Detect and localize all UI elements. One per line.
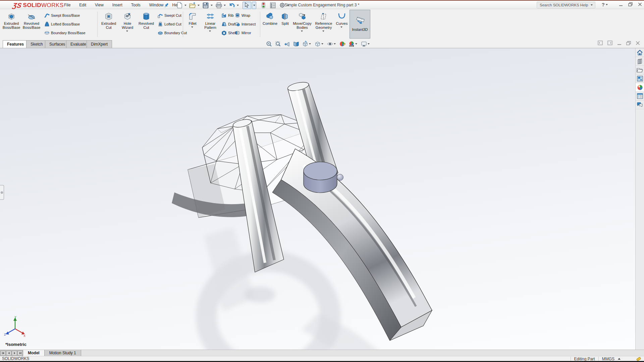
options-gear-icon[interactable] (278, 2, 286, 9)
units-status[interactable]: MMGS (602, 357, 614, 361)
view-settings-icon[interactable] (360, 41, 371, 47)
restore-icon[interactable] (628, 2, 633, 6)
intersect-button[interactable]: Intersect (235, 21, 256, 27)
print-dropdown-icon[interactable] (224, 5, 226, 6)
doc-restore-icon[interactable] (626, 41, 631, 45)
previous-tab-button[interactable] (6, 351, 11, 356)
new-dropdown-icon[interactable] (184, 5, 186, 6)
move-copy-bodies-button[interactable]: Move/Copy Bodies (292, 11, 313, 39)
tag-icon[interactable] (636, 357, 641, 361)
help-search-box[interactable]: ? Search SOLIDWORKS Help (537, 2, 595, 8)
section-view-icon[interactable] (292, 41, 300, 47)
split-button[interactable]: Split (279, 11, 291, 39)
menu-edit[interactable]: Edit (75, 1, 91, 10)
hide-show-dropdown-icon[interactable] (334, 43, 336, 45)
select-tool-icon[interactable] (243, 2, 251, 9)
tab-motion-study-1[interactable]: Motion Study 1 (45, 350, 81, 356)
undo-dropdown-icon[interactable] (237, 5, 239, 6)
menu-tools[interactable]: Tools (127, 1, 145, 10)
feature-tree-collapse-handle[interactable] (0, 185, 4, 200)
file-explorer-icon[interactable] (636, 66, 644, 74)
tab-model[interactable]: Model (23, 350, 45, 356)
search-dropdown-icon[interactable] (591, 4, 593, 6)
collapse-right-pane-icon[interactable] (607, 41, 612, 45)
ring-model[interactable] (0, 48, 635, 350)
open-dropdown-icon[interactable] (198, 5, 200, 6)
revolved-boss-base-button[interactable]: Revolved Boss/Base (22, 11, 41, 39)
last-tab-button[interactable] (17, 351, 23, 356)
linear-pattern-dropdown-icon[interactable] (209, 31, 211, 32)
minimize-icon[interactable] (619, 2, 623, 6)
graphics-area[interactable]: Y X Z *Isometric (0, 48, 635, 350)
draft-button[interactable]: Draft (221, 21, 236, 27)
lofted-cut-button[interactable]: Lofted Cut (158, 21, 181, 27)
save-dropdown-icon[interactable] (211, 5, 213, 6)
hide-show-items-icon[interactable] (326, 41, 337, 47)
close-icon[interactable] (638, 2, 642, 6)
open-document-icon[interactable] (188, 2, 197, 9)
tab-features[interactable]: Features (3, 40, 28, 48)
edit-appearance-icon[interactable] (338, 41, 346, 47)
rib-button[interactable]: Rib (221, 12, 234, 18)
units-dropdown-icon[interactable] (618, 358, 621, 360)
extruded-cut-button[interactable]: Extruded Cut (99, 11, 118, 39)
save-icon[interactable] (201, 2, 210, 9)
view-palette-icon[interactable] (636, 74, 644, 83)
apply-scene-icon[interactable] (347, 41, 359, 47)
apply-scene-dropdown-icon[interactable] (355, 43, 357, 45)
hole-wizard-dropdown-icon[interactable] (126, 31, 128, 32)
curves-button[interactable]: Curves (335, 11, 349, 39)
move-copy-dropdown-icon[interactable] (301, 31, 303, 32)
linear-pattern-button[interactable]: Linear Pattern (201, 11, 219, 39)
file-properties-icon[interactable] (268, 2, 277, 9)
next-tab-button[interactable] (12, 351, 17, 356)
previous-view-icon[interactable] (283, 41, 291, 47)
pin-menu-icon[interactable] (163, 2, 169, 8)
view-orientation-dropdown-icon[interactable] (309, 43, 311, 45)
swept-boss-base-button[interactable]: Swept Boss/Base (44, 12, 80, 18)
rebuild-icon[interactable] (259, 2, 268, 9)
tab-dimxpert[interactable]: DimXpert (87, 40, 112, 48)
wrap-button[interactable]: Wrap (235, 12, 250, 18)
swept-cut-button[interactable]: Swept Cut (158, 12, 181, 18)
ring-band[interactable] (272, 149, 432, 341)
display-style-icon[interactable] (314, 41, 325, 47)
extruded-boss-base-button[interactable]: Extruded Boss/Base (2, 11, 21, 39)
design-library-icon[interactable] (636, 57, 644, 66)
lofted-boss-base-button[interactable]: Lofted Boss/Base (44, 21, 80, 27)
undo-icon[interactable] (227, 2, 236, 9)
menu-insert[interactable]: Insert (108, 1, 127, 10)
revolved-cut-button[interactable]: Revolved Cut (137, 11, 156, 39)
accent-bead[interactable] (337, 174, 343, 181)
options-dropdown-icon[interactable] (287, 5, 289, 6)
boundary-boss-base-button[interactable]: Boundary Boss/Base (44, 30, 86, 36)
first-tab-button[interactable] (0, 351, 6, 356)
solidworks-resources-icon[interactable] (636, 48, 644, 57)
mirror-button[interactable]: Mirror (235, 30, 251, 36)
combine-button[interactable]: Combine (262, 11, 278, 39)
print-icon[interactable] (214, 2, 223, 9)
menu-file[interactable]: File (60, 1, 75, 10)
new-document-icon[interactable] (175, 2, 184, 9)
view-orientation-icon[interactable] (301, 41, 313, 47)
fillet-dropdown-icon[interactable] (191, 26, 193, 28)
hole-wizard-button[interactable]: Hole Wizard (118, 11, 137, 39)
doc-close-icon[interactable] (636, 41, 640, 45)
fillet-button[interactable]: Fillet (184, 11, 201, 39)
reference-geometry-button[interactable]: Reference Geometry (314, 11, 333, 39)
reference-geometry-dropdown-icon[interactable] (322, 31, 324, 32)
menu-view[interactable]: View (91, 1, 108, 10)
appearances-scenes-icon[interactable] (636, 83, 644, 92)
custom-properties-icon[interactable] (636, 92, 644, 101)
view-settings-dropdown-icon[interactable] (368, 43, 370, 45)
help-button[interactable]: ? (602, 2, 609, 7)
curves-dropdown-icon[interactable] (340, 26, 342, 28)
tab-sketch[interactable]: Sketch (26, 40, 47, 48)
forum-icon[interactable] (636, 101, 644, 109)
doc-minimize-icon[interactable] (617, 41, 622, 45)
instant3d-button[interactable]: Instant3D (350, 10, 370, 39)
zoom-to-area-icon[interactable] (274, 41, 282, 47)
zoom-to-fit-icon[interactable] (265, 41, 273, 47)
collapse-left-pane-icon[interactable] (598, 41, 603, 45)
select-dropdown-icon[interactable] (252, 2, 256, 9)
